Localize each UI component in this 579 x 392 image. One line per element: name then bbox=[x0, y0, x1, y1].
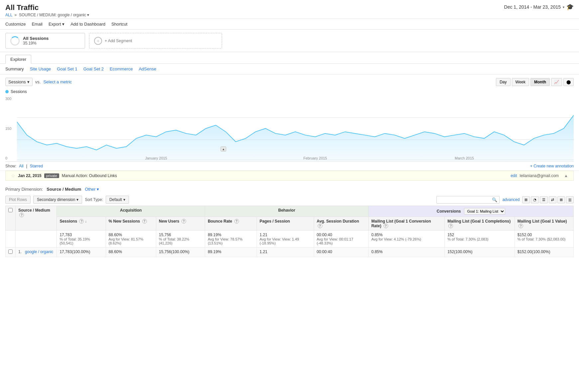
legend-label: Sessions bbox=[11, 89, 27, 94]
sub-tab-goal-set-2[interactable]: Goal Set 2 bbox=[83, 66, 104, 71]
search-input[interactable] bbox=[439, 197, 492, 202]
month-view-button[interactable]: Month bbox=[530, 78, 550, 86]
total-bounce-cell: 89.19% Avg for View: 78.57% (13.51%) bbox=[205, 231, 257, 247]
conversions-header: Conversions Goal 1: Mailing List bbox=[369, 206, 574, 217]
segment-info: All Sessions 35.19% bbox=[23, 36, 49, 46]
other-dropdown-icon: ▾ bbox=[97, 187, 99, 192]
grid-view-button[interactable]: ⊞ bbox=[522, 196, 530, 203]
source-help-icon[interactable]: ? bbox=[19, 213, 24, 217]
export-button[interactable]: Export ▾ bbox=[49, 22, 64, 27]
sort-type-select[interactable]: Default ▾ bbox=[106, 196, 129, 204]
add-to-dashboard-button[interactable]: Add to Dashboard bbox=[70, 22, 105, 27]
sub-tab-goal-set-1[interactable]: Goal Set 1 bbox=[57, 66, 77, 71]
chart-controls: Sessions ▾ vs. Select a metric Day Week … bbox=[0, 74, 579, 88]
total-avg-session-sub: Avg for View: 00:01:17 (-48.33%) bbox=[317, 237, 366, 245]
secondary-dimension-select[interactable]: Secondary dimension ▾ bbox=[33, 196, 82, 204]
compare-view-button[interactable]: ⇄ bbox=[549, 196, 556, 203]
toolbar: Customize Email Export ▾ Add to Dashboar… bbox=[0, 19, 579, 30]
export-label: Export bbox=[49, 22, 61, 27]
customize-button[interactable]: Customize bbox=[5, 22, 26, 27]
page-title: All Traffic bbox=[5, 3, 89, 12]
value-header: Mailing List (Goal 1 Value) ? bbox=[515, 217, 573, 231]
pie-view-button[interactable]: ◔ bbox=[531, 196, 539, 203]
all-annotations-link[interactable]: All bbox=[19, 164, 23, 168]
search-box: 🔍 bbox=[436, 196, 500, 204]
source-link[interactable]: google / organic bbox=[25, 249, 53, 254]
star-icon[interactable]: ☆ bbox=[11, 173, 15, 178]
plot-rows-button[interactable]: Plot Rows bbox=[5, 196, 31, 204]
row-checkbox[interactable] bbox=[8, 249, 13, 254]
pivot-view-button[interactable]: ⊞ bbox=[557, 196, 565, 203]
week-view-button[interactable]: Week bbox=[512, 78, 529, 86]
explorer-tab[interactable]: Explorer bbox=[5, 55, 31, 64]
metric-label: Sessions bbox=[8, 79, 26, 84]
bounce-help-icon[interactable]: ? bbox=[234, 219, 239, 224]
svg-text:▲: ▲ bbox=[222, 147, 225, 151]
row-bounce-cell: 89.19% bbox=[205, 247, 257, 257]
metric-dropdown-icon: ▾ bbox=[27, 79, 30, 84]
active-segment: All Sessions 35.19% bbox=[5, 33, 85, 49]
shortcut-button[interactable]: Shortcut bbox=[111, 22, 127, 27]
total-conv-rate-cell: 0.85% Avg for View: 4.12% (-79.26%) bbox=[369, 231, 445, 247]
sub-tab-adsense[interactable]: AdSense bbox=[139, 66, 156, 71]
value-help-icon[interactable]: ? bbox=[519, 224, 523, 228]
segment-label: All Sessions bbox=[23, 36, 49, 41]
sub-tabs: Summary Site Usage Goal Set 1 Goal Set 2… bbox=[0, 64, 579, 74]
chart-legend: Sessions bbox=[5, 89, 574, 94]
graduation-icon: 🎓 bbox=[566, 3, 574, 11]
chart-svg: January 2015 February 2015 March 2015 ▲ bbox=[17, 95, 574, 161]
total-new-users-sub: % of Total: 38.22% (41,226) bbox=[159, 237, 202, 245]
annotation-edit-link[interactable]: edit bbox=[511, 173, 517, 178]
scroll-up-icon[interactable]: ▲ bbox=[564, 173, 568, 178]
pct-new-help-icon[interactable]: ? bbox=[142, 219, 147, 224]
sessions-help-icon[interactable]: ? bbox=[79, 219, 84, 224]
add-segment-box[interactable]: + + Add Segment bbox=[89, 33, 222, 49]
goal-select[interactable]: Goal 1: Mailing List bbox=[464, 208, 505, 215]
breadcrumb-all[interactable]: ALL bbox=[5, 13, 12, 17]
row-sessions: 17,783(100.00%) bbox=[59, 249, 90, 254]
annotations-bar: Show: All | Starred + Create new annotat… bbox=[0, 162, 579, 171]
completions-help-icon[interactable]: ? bbox=[448, 224, 453, 228]
add-segment-circle-icon: + bbox=[94, 37, 102, 45]
sessions-header[interactable]: Sessions ? ↓ bbox=[57, 217, 106, 231]
custom-view-button[interactable]: ||| bbox=[566, 196, 574, 203]
total-bounce-sub: Avg for View: 78.57% (13.51%) bbox=[208, 237, 254, 245]
list-view-button[interactable]: ☰ bbox=[540, 196, 548, 203]
create-annotation-link[interactable]: + Create new annotation bbox=[530, 164, 574, 168]
completions-header: Mailing List (Goal 1 Completions) ? bbox=[445, 217, 515, 231]
total-pages-cell: 1.21 Avg for View: View: 1.49 (-18.95%) bbox=[257, 231, 314, 247]
primary-dim-value: Source / Medium bbox=[47, 187, 81, 192]
date-range-dropdown-icon[interactable]: ▾ bbox=[563, 5, 564, 9]
metric-select[interactable]: Sessions ▾ bbox=[5, 78, 33, 86]
advanced-link[interactable]: advanced bbox=[502, 197, 520, 202]
annotation-separator: | bbox=[26, 164, 27, 168]
annotation-email: leilaniana@gmail.com bbox=[520, 173, 559, 178]
total-completions-cell: 152 % of Total: 7.30% (2,083) bbox=[445, 231, 515, 247]
sub-tab-ecommerce[interactable]: Ecommerce bbox=[110, 66, 133, 71]
select-all-checkbox[interactable] bbox=[8, 208, 13, 212]
total-checkbox-cell bbox=[6, 231, 16, 247]
total-pages-sub: Avg for View: View: 1.49 (-18.95%) bbox=[260, 237, 311, 245]
day-view-button[interactable]: Day bbox=[496, 78, 510, 86]
select-metric-link[interactable]: Select a metric bbox=[43, 79, 72, 84]
avg-session-help-icon[interactable]: ? bbox=[318, 224, 322, 228]
email-button[interactable]: Email bbox=[32, 22, 43, 27]
source-medium-label: Source / Medium bbox=[18, 208, 50, 213]
value-label: Mailing List (Goal 1 Value) bbox=[518, 219, 567, 224]
top-bar-right: Dec 1, 2014 - Mar 23, 2015 ▾ 🎓 bbox=[504, 3, 574, 11]
view-icons: ⊞ ◔ ☰ ⇄ ⊞ ||| bbox=[522, 196, 574, 203]
new-users-help-icon[interactable]: ? bbox=[181, 219, 186, 224]
breadcrumb-dropdown[interactable]: ▾ bbox=[87, 13, 89, 17]
secondary-dim-label: Secondary dimension bbox=[37, 197, 75, 202]
sub-tab-site-usage[interactable]: Site Usage bbox=[30, 66, 51, 71]
other-dimension-link[interactable]: Other ▾ bbox=[85, 187, 99, 192]
sort-arrow-icon: ↓ bbox=[85, 220, 87, 223]
conv-rate-help-icon[interactable]: ? bbox=[384, 224, 388, 228]
line-chart-button[interactable]: 📈 bbox=[551, 78, 562, 86]
annotation-row: ☆ Jan 22, 2015 private Manual Action: Ou… bbox=[5, 171, 574, 181]
sub-tab-summary[interactable]: Summary bbox=[5, 66, 24, 71]
total-value: $152.00 bbox=[518, 233, 571, 237]
starred-annotations-link[interactable]: Starred bbox=[30, 164, 43, 168]
row-new-users-cell: 15,756(100.00%) bbox=[156, 247, 205, 257]
bar-chart-button[interactable]: ⬤ bbox=[563, 78, 574, 86]
